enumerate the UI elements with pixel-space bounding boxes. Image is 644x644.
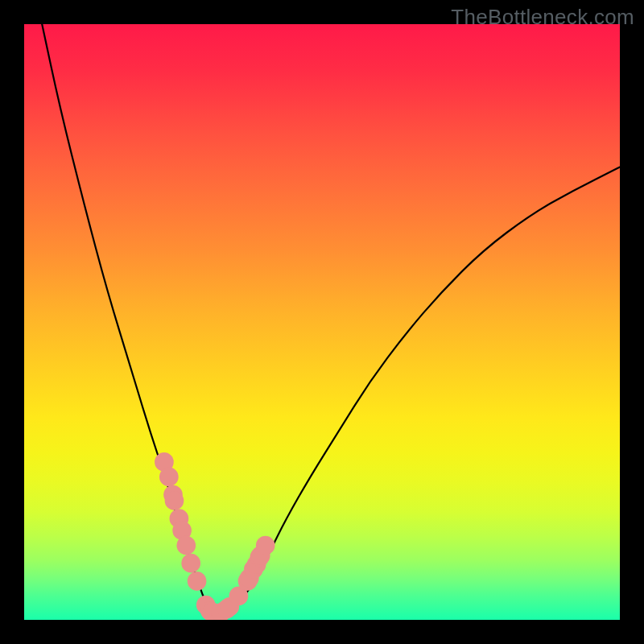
chart-frame: TheBottleneck.com (0, 0, 644, 644)
bottleneck-curve (42, 24, 620, 614)
data-point (165, 491, 184, 510)
data-point (159, 468, 179, 487)
data-point (256, 536, 275, 555)
data-point (188, 572, 207, 591)
chart-svg (24, 24, 620, 620)
data-point (181, 554, 200, 573)
data-point (176, 536, 196, 555)
attribution-text: TheBottleneck.com (451, 5, 634, 30)
plot-area (24, 24, 620, 620)
data-points-group (155, 452, 275, 620)
